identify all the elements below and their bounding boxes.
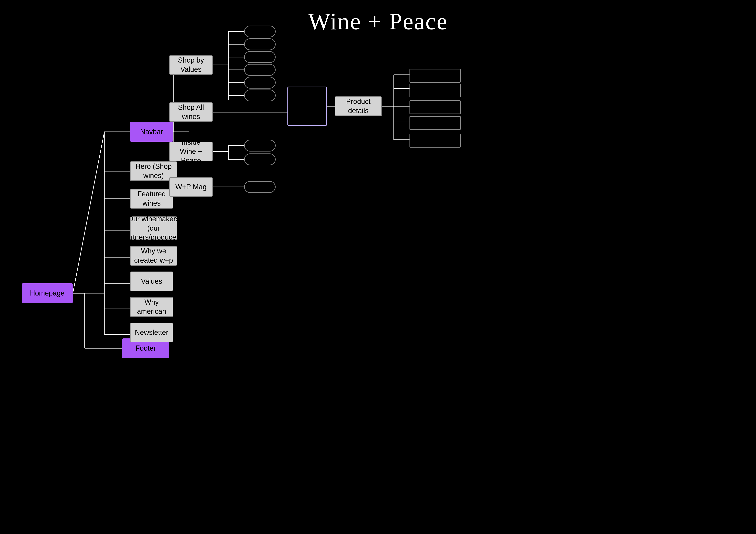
why-american-node[interactable]: Why american xyxy=(130,297,173,317)
shop-values-item-1 xyxy=(244,26,276,38)
shop-all-wines-node[interactable]: Shop All wines xyxy=(169,102,213,122)
product-detail-item-5 xyxy=(410,134,461,148)
inside-wp-item-1 xyxy=(244,140,276,151)
shop-by-values-node[interactable]: Shop by Values xyxy=(169,55,213,75)
page-title: Wine + Peace xyxy=(0,0,756,35)
product-details-node[interactable]: Product details xyxy=(335,96,382,116)
wp-mag-item-1 xyxy=(244,181,276,193)
product-detail-item-3 xyxy=(410,100,461,114)
values-node[interactable]: Values xyxy=(130,271,173,291)
newsletter-node[interactable]: Newsletter xyxy=(130,323,173,343)
why-created-node[interactable]: Why we created w+p xyxy=(130,246,177,266)
svg-line-2 xyxy=(73,132,104,293)
winemakers-node[interactable]: Our winemakers (our partners/producers) xyxy=(130,216,177,240)
shop-values-item-3 xyxy=(244,51,276,63)
featured-wines-node[interactable]: Featured wines xyxy=(130,189,173,209)
shop-values-item-5 xyxy=(244,77,276,89)
inside-wp-node[interactable]: Inside Wine + Peace xyxy=(169,142,213,161)
product-box[interactable] xyxy=(287,87,327,126)
diagram-lines xyxy=(0,0,756,534)
homepage-node[interactable]: Homepage xyxy=(22,283,73,303)
shop-values-item-2 xyxy=(244,38,276,50)
product-detail-item-4 xyxy=(410,116,461,130)
shop-values-item-6 xyxy=(244,89,276,101)
navbar-node[interactable]: Navbar xyxy=(130,122,173,142)
shop-values-item-4 xyxy=(244,64,276,76)
inside-wp-item-2 xyxy=(244,153,276,165)
product-detail-item-2 xyxy=(410,84,461,97)
product-detail-item-1 xyxy=(410,69,461,83)
wp-mag-node[interactable]: W+P Mag xyxy=(169,177,213,197)
